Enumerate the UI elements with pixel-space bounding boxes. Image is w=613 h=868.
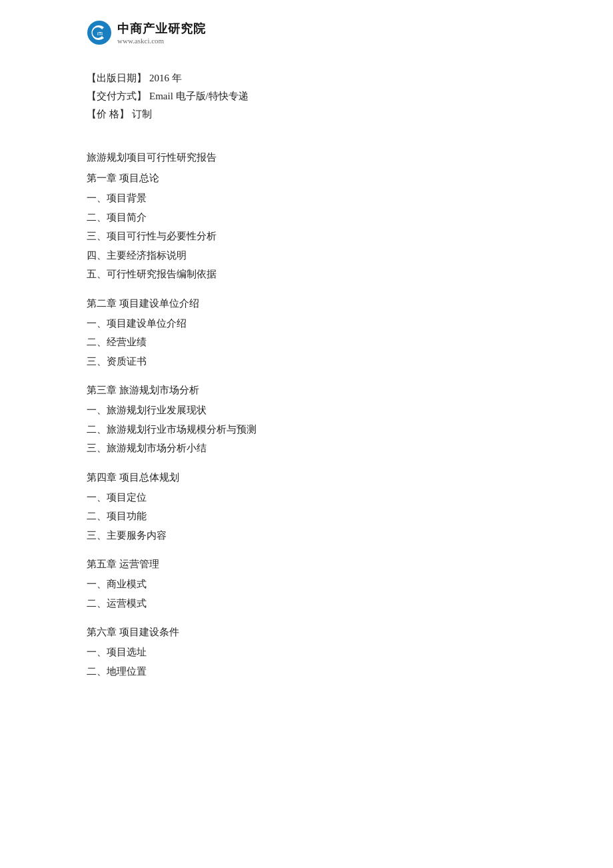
list-item: 三、项目可行性与必要性分析: [87, 227, 526, 246]
logo-container: iTi 中商产业研究院 www.askci.com: [87, 20, 206, 45]
list-item: 三、主要服务内容: [87, 526, 526, 545]
chapters-container: 第一章 项目总论 一、项目背景 二、项目简介 三、项目可行性与必要性分析 四、主…: [87, 172, 526, 681]
list-item: 二、项目功能: [87, 507, 526, 526]
chapter-4: 第四章 项目总体规划 一、项目定位 二、项目功能 三、主要服务内容: [87, 471, 526, 545]
price-value: 订制: [132, 108, 152, 121]
chapter-2: 第二章 项目建设单位介绍 一、项目建设单位介绍 二、经营业绩 三、资质证书: [87, 297, 526, 371]
list-item: 二、项目简介: [87, 208, 526, 227]
list-item: 四、主要经济指标说明: [87, 246, 526, 265]
chapter-1-items: 一、项目背景 二、项目简介 三、项目可行性与必要性分析 四、主要经济指标说明 五…: [87, 189, 526, 284]
chapter-5-items: 一、商业模式 二、运营模式: [87, 575, 526, 613]
chapter-5: 第五章 运营管理 一、商业模式 二、运营模式: [87, 558, 526, 613]
list-item: 二、运营模式: [87, 594, 526, 613]
report-title: 旅游规划项目可行性研究报告: [87, 151, 526, 164]
chapter-5-title: 第五章 运营管理: [87, 558, 526, 571]
chapter-3-title: 第三章 旅游规划市场分析: [87, 384, 526, 397]
chapter-4-title: 第四章 项目总体规划: [87, 471, 526, 484]
list-item: 一、项目选址: [87, 643, 526, 662]
list-item: 一、项目背景: [87, 189, 526, 208]
chapter-6-items: 一、项目选址 二、地理位置: [87, 643, 526, 681]
price-item: 【价 格】 订制: [87, 108, 526, 121]
price-label: 【价 格】: [87, 108, 129, 121]
delivery-item: 【交付方式】 Email 电子版/特快专递: [87, 90, 526, 103]
publish-date-label: 【出版日期】: [87, 72, 147, 85]
chapter-3: 第三章 旅游规划市场分析 一、旅游规划行业发展现状 二、旅游规划行业市场规模分析…: [87, 384, 526, 458]
list-item: 二、旅游规划行业市场规模分析与预测: [87, 420, 526, 439]
chapter-3-items: 一、旅游规划行业发展现状 二、旅游规划行业市场规模分析与预测 三、旅游规划市场分…: [87, 401, 526, 458]
page-container: iTi 中商产业研究院 www.askci.com 【出版日期】 2016 年 …: [0, 0, 613, 868]
chapter-6: 第六章 项目建设条件 一、项目选址 二、地理位置: [87, 626, 526, 681]
list-item: 一、旅游规划行业发展现状: [87, 401, 526, 420]
list-item: 三、旅游规划市场分析小结: [87, 439, 526, 458]
list-item: 二、地理位置: [87, 662, 526, 681]
list-item: 三、资质证书: [87, 352, 526, 371]
logo-icon: iTi: [87, 20, 112, 45]
list-item: 一、项目建设单位介绍: [87, 314, 526, 333]
list-item: 二、经营业绩: [87, 333, 526, 352]
chapter-2-items: 一、项目建设单位介绍 二、经营业绩 三、资质证书: [87, 314, 526, 371]
delivery-value: Email 电子版/特快专递: [149, 90, 249, 103]
meta-section: 【出版日期】 2016 年 【交付方式】 Email 电子版/特快专递 【价 格…: [87, 72, 526, 121]
chapter-1-title: 第一章 项目总论: [87, 172, 526, 185]
delivery-label: 【交付方式】: [87, 90, 147, 103]
chapter-6-title: 第六章 项目建设条件: [87, 626, 526, 639]
divider-1: [87, 139, 526, 151]
content: 【出版日期】 2016 年 【交付方式】 Email 电子版/特快专递 【价 格…: [87, 72, 526, 681]
logo-text-container: 中商产业研究院 www.askci.com: [117, 21, 206, 45]
chapter-4-items: 一、项目定位 二、项目功能 三、主要服务内容: [87, 488, 526, 545]
company-name: 中商产业研究院: [117, 21, 206, 37]
chapter-2-title: 第二章 项目建设单位介绍: [87, 297, 526, 310]
svg-text:iTi: iTi: [97, 31, 103, 36]
publish-date-value: 2016 年: [149, 72, 182, 85]
list-item: 一、商业模式: [87, 575, 526, 594]
chapter-1: 第一章 项目总论 一、项目背景 二、项目简介 三、项目可行性与必要性分析 四、主…: [87, 172, 526, 284]
header: iTi 中商产业研究院 www.askci.com: [87, 20, 526, 45]
website-url: www.askci.com: [117, 37, 206, 45]
list-item: 一、项目定位: [87, 488, 526, 507]
publish-date-item: 【出版日期】 2016 年: [87, 72, 526, 85]
list-item: 五、可行性研究报告编制依据: [87, 265, 526, 284]
